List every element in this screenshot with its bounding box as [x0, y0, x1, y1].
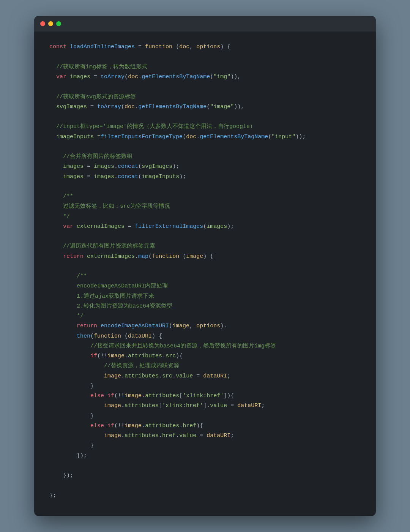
- titlebar: [34, 16, 376, 32]
- code-window: const loadAndInlineImages = function (do…: [34, 16, 376, 516]
- maximize-button[interactable]: [56, 21, 61, 26]
- minimize-button[interactable]: [48, 21, 53, 26]
- close-button[interactable]: [40, 21, 45, 26]
- code-block: const loadAndInlineImages = function (do…: [34, 32, 376, 516]
